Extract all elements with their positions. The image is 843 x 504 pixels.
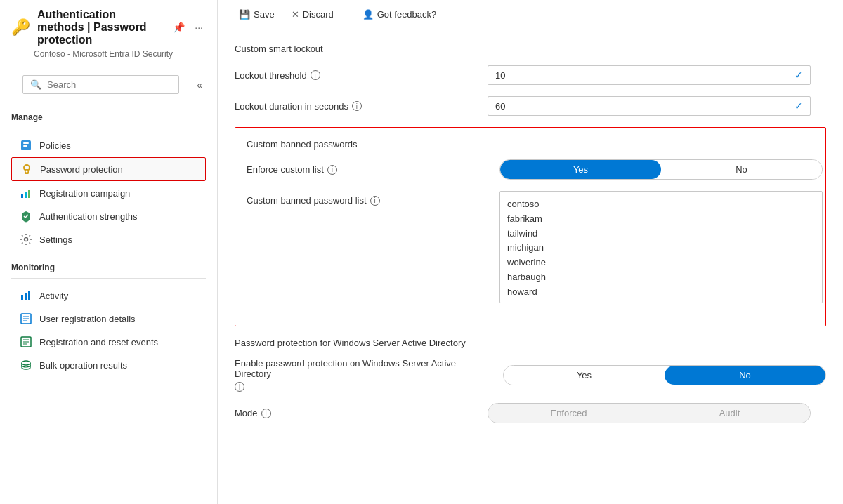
smart-lockout-title: Custom smart lockout [235, 44, 826, 54]
activity-label: Activity [39, 291, 68, 301]
svg-point-15 [22, 361, 30, 365]
search-row: 🔍 « [0, 65, 217, 104]
registration-reset-label: Registration and reset events [39, 337, 158, 347]
sidebar-item-password-protection[interactable]: Password protection [11, 157, 206, 181]
mode-toggle-group: Enforced Audit [488, 403, 811, 423]
activity-icon [20, 289, 32, 302]
windows-ad-section: Password protection for Windows Server A… [235, 338, 826, 423]
password-protection-label: Password protection [40, 164, 123, 175]
feedback-button[interactable]: 👤 Got feedback? [355, 6, 444, 23]
feedback-icon: 👤 [362, 9, 374, 20]
user-registration-label: User registration details [39, 314, 136, 324]
monitoring-label: Monitoring [11, 263, 206, 272]
page-title: Authentication methods | Password protec… [37, 8, 163, 46]
sidebar-item-settings[interactable]: Settings [11, 228, 206, 251]
windows-no-button[interactable]: No [665, 366, 825, 385]
content-area: Custom smart lockout Lockout threshold i… [218, 29, 843, 449]
password-item-michigan: michigan [507, 241, 815, 256]
windows-enable-row: Enable password protection on Windows Se… [235, 358, 826, 392]
banned-passwords-section: Custom banned passwords Enforce custom l… [235, 127, 826, 326]
toolbar: 💾 Save ✕ Discard 👤 Got feedback? [218, 0, 843, 29]
pin-icon[interactable]: 📌 [170, 20, 188, 34]
svg-rect-8 [28, 190, 30, 198]
password-protection-icon [20, 163, 33, 175]
banned-list-row: Custom banned password list i contoso fa… [247, 191, 814, 303]
main-content: 💾 Save ✕ Discard 👤 Got feedback? Custom … [218, 0, 843, 504]
password-item-howard: howard [507, 285, 815, 300]
mode-info-icon[interactable]: i [261, 409, 271, 418]
lockout-duration-dropdown[interactable]: 60 ✓ [488, 96, 811, 116]
mode-label: Mode i [235, 408, 473, 418]
banned-list-info-icon[interactable]: i [370, 196, 380, 206]
sidebar-item-activity[interactable]: Activity [11, 284, 206, 307]
sidebar-header: 🔑 Authentication methods | Password prot… [0, 0, 217, 65]
svg-rect-12 [28, 291, 30, 300]
mode-audit-button[interactable]: Audit [649, 404, 810, 423]
enforce-info-icon[interactable]: i [327, 165, 337, 175]
svg-rect-1 [23, 142, 29, 144]
sidebar: 🔑 Authentication methods | Password prot… [0, 0, 218, 504]
manage-label: Manage [11, 112, 206, 122]
sidebar-item-bulk-operation[interactable]: Bulk operation results [11, 354, 206, 376]
discard-icon: ✕ [292, 9, 299, 20]
lockout-duration-info-icon[interactable]: i [352, 101, 362, 111]
password-item-wolverine: wolverine [507, 256, 815, 270]
search-icon: 🔍 [30, 79, 41, 90]
sidebar-item-user-registration[interactable]: User registration details [11, 307, 206, 330]
windows-yes-button[interactable]: Yes [504, 366, 665, 385]
policies-icon [20, 139, 32, 152]
lockout-duration-label: Lockout duration in seconds i [235, 101, 473, 112]
lockout-threshold-dropdown[interactable]: 10 ✓ [488, 65, 811, 85]
enforce-custom-list-row: Enforce custom list i Yes No [247, 159, 814, 180]
policies-label: Policies [39, 140, 71, 151]
banned-list-label: Custom banned password list i [247, 191, 485, 206]
search-input[interactable] [47, 79, 171, 90]
windows-section-title: Password protection for Windows Server A… [235, 338, 826, 348]
windows-enable-info-icon[interactable]: i [235, 382, 244, 392]
svg-rect-11 [25, 293, 27, 300]
registration-campaign-icon [20, 187, 32, 199]
enforce-yes-button[interactable]: Yes [500, 160, 661, 179]
password-item-fabrikam: fabrikam [507, 212, 815, 227]
enforce-toggle-group: Yes No [499, 159, 823, 180]
toolbar-separator [348, 8, 348, 22]
registration-reset-icon [20, 336, 32, 348]
settings-label: Settings [39, 234, 72, 245]
sidebar-item-registration-reset[interactable]: Registration and reset events [11, 331, 206, 353]
enforce-custom-list-label: Enforce custom list i [247, 164, 485, 175]
save-button[interactable]: 💾 Save [232, 6, 282, 23]
windows-enable-label: Enable password protection on Windows Se… [235, 358, 489, 392]
bulk-operation-icon [20, 359, 32, 371]
lockout-duration-row: Lockout duration in seconds i 60 ✓ [235, 96, 826, 116]
sidebar-item-registration-campaign[interactable]: Registration campaign [11, 182, 206, 204]
svg-point-5 [26, 171, 28, 173]
registration-campaign-label: Registration campaign [39, 188, 130, 199]
collapse-sidebar-button[interactable]: « [193, 76, 206, 94]
sidebar-item-policies[interactable]: Policies [11, 134, 206, 157]
banned-passwords-textarea[interactable]: contoso fabrikam tailwind michigan wolve… [499, 191, 823, 303]
authentication-strengths-icon [20, 210, 32, 223]
password-item-tailwind: tailwind [507, 227, 815, 241]
enforce-no-button[interactable]: No [661, 160, 822, 179]
more-options-icon[interactable]: ··· [192, 20, 206, 34]
sidebar-item-authentication-strengths[interactable]: Authentication strengths [11, 205, 206, 227]
mode-row: Mode i Enforced Audit [235, 403, 826, 423]
lockout-duration-check-icon: ✓ [795, 100, 803, 112]
lockout-threshold-label: Lockout threshold i [235, 70, 473, 81]
mode-enforced-button[interactable]: Enforced [488, 404, 649, 423]
settings-icon [20, 233, 32, 246]
banned-section-title: Custom banned passwords [247, 139, 814, 150]
sidebar-subtitle: Contoso - Microsoft Entra ID Security [34, 49, 206, 59]
svg-rect-7 [25, 192, 27, 198]
password-item-harbaugh: harbaugh [507, 270, 815, 285]
nav-manage-section: Manage Policies Password protection [0, 104, 217, 254]
authentication-strengths-label: Authentication strengths [39, 211, 137, 222]
lockout-threshold-info-icon[interactable]: i [311, 70, 320, 80]
discard-button[interactable]: ✕ Discard [285, 6, 341, 23]
svg-rect-6 [21, 194, 23, 198]
lockout-threshold-row: Lockout threshold i 10 ✓ [235, 65, 826, 85]
bulk-operation-label: Bulk operation results [39, 360, 127, 371]
search-box: 🔍 [22, 75, 179, 94]
svg-point-9 [25, 238, 28, 241]
nav-monitoring-section: Monitoring Activity User registration de… [0, 254, 217, 380]
